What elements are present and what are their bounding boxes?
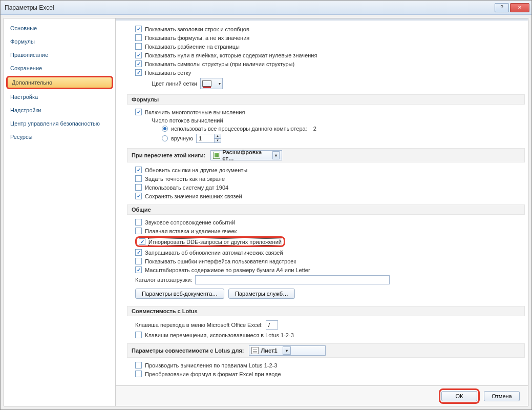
label: Запрашивать об обновлении автоматических… [145, 250, 283, 256]
opt-scale-a4: Масштабировать содержимое по размеру бум… [127, 265, 525, 274]
label: Звуковое сопровождение событий [145, 219, 235, 225]
checkbox[interactable] [135, 228, 142, 234]
workbook-name: Расшифровка ст… [222, 149, 267, 161]
category-nav: Основные Формулы Правописание Сохранение… [4, 18, 116, 406]
opt-page-breaks: Показывать разбиение на страницы [127, 42, 525, 51]
advanced-panel[interactable]: Показывать заголовки строк и столбцов По… [116, 20, 528, 385]
thread-spinner: ▲ ▼ [196, 134, 221, 143]
label: использовать все процессоры данного комп… [171, 126, 307, 132]
threads-use-all: использовать все процессоры данного комп… [127, 125, 525, 133]
nav-trust-center[interactable]: Центр управления безопасностью [4, 117, 115, 130]
checkbox[interactable] [139, 238, 145, 245]
opt-date1904: Использовать систему дат 1904 [127, 183, 525, 192]
service-options-button[interactable]: Параметры служб… [228, 289, 295, 299]
label: При пересчете этой книги: [132, 152, 205, 158]
label: Клавиши перемещения, использовавшиеся в … [145, 332, 294, 338]
nav-addins[interactable]: Надстройки [4, 104, 115, 117]
checkbox[interactable] [135, 34, 142, 41]
checkbox[interactable] [135, 332, 142, 338]
label: Показывать нули в ячейках, которые содер… [145, 52, 317, 58]
nav-customize[interactable]: Настройка [4, 90, 115, 104]
section-general: Общие [127, 204, 525, 215]
spin-up[interactable]: ▲ [214, 134, 221, 138]
color-swatch-icon [202, 80, 211, 87]
checkbox[interactable] [135, 371, 142, 377]
lotus-menu-key-row: Клавиша перехода в меню Microsoft Office… [127, 319, 525, 331]
titlebar: Параметры Excel ? ✕ [1, 1, 531, 15]
label: Показывать разбиение на страницы [145, 44, 240, 50]
label: Сохранять значения внешних связей [145, 193, 242, 199]
close-button[interactable]: ✕ [510, 3, 529, 12]
opt-save-external: Сохранять значения внешних связей [127, 192, 525, 200]
checkbox[interactable] [135, 60, 142, 67]
label: Цвет линий сетки [152, 80, 197, 87]
nav-advanced[interactable]: Дополнительно [6, 76, 113, 89]
help-button[interactable]: ? [495, 3, 509, 12]
label: Обновить ссылки на другие документы [145, 167, 247, 173]
checkbox[interactable] [135, 184, 142, 191]
opt-precision: Задать точность как на экране [127, 174, 525, 183]
threads-manual: вручную ▲ ▼ [127, 133, 525, 144]
ok-button[interactable]: ОК [441, 391, 477, 401]
grid-color-row: Цвет линий сетки ▾ [127, 77, 525, 90]
cancel-button[interactable]: Отмена [484, 391, 520, 401]
sheet-name: Лист1 [261, 347, 277, 354]
menu-key-input[interactable] [266, 320, 278, 330]
processor-count: 2 [313, 126, 316, 132]
radio[interactable] [162, 126, 168, 132]
checkbox[interactable] [135, 109, 142, 115]
nav-formulas[interactable]: Формулы [4, 35, 115, 48]
web-options-button[interactable]: Параметры веб-документа… [135, 289, 224, 299]
checkbox[interactable] [135, 362, 142, 368]
checkbox[interactable] [135, 69, 142, 76]
section-formulas: Формулы [127, 94, 525, 105]
checkbox[interactable] [135, 219, 142, 225]
dialog-body: Основные Формулы Правописание Сохранение… [4, 18, 528, 406]
opt-addin-errors: Показывать ошибки интерфейса пользовател… [127, 257, 525, 265]
checkbox[interactable] [135, 258, 142, 264]
radio[interactable] [162, 135, 168, 141]
opt-multithreaded: Включить многопоточные вычисления [127, 108, 525, 116]
opt-show-zeros: Показывать нули в ячейках, которые содер… [127, 51, 525, 59]
checkbox[interactable] [135, 52, 142, 58]
checkbox[interactable] [135, 249, 142, 256]
spin-down[interactable]: ▼ [214, 138, 221, 143]
opt-sound: Звуковое сопровождение событий [127, 218, 525, 227]
opt-gridlines: Показывать сетку [127, 68, 525, 77]
label: Преобразование формул в формат Excel при… [145, 371, 281, 377]
grid-color-picker[interactable]: ▾ [200, 78, 223, 89]
checkbox[interactable] [135, 193, 142, 199]
checkbox[interactable] [135, 43, 142, 50]
section-recalc: При пересчете этой книги: Расшифровка ст… [127, 148, 525, 162]
thread-count-input[interactable] [196, 134, 215, 143]
threads-label-row: Число потоков вычислений [127, 116, 525, 125]
workbook-selector[interactable]: Расшифровка ст… ▾ [210, 150, 282, 160]
label: Показывать символы структуры (при наличи… [145, 61, 294, 67]
excel-options-dialog: Параметры Excel ? ✕ Основные Формулы Пра… [0, 0, 532, 410]
checkbox[interactable] [135, 26, 142, 32]
section-lotus: Совместимость с Lotus [127, 306, 525, 316]
startup-folder-input[interactable] [195, 275, 390, 284]
label: Производить вычисления по правилам Lotus… [145, 362, 277, 368]
sheet-selector[interactable]: Лист1 ▾ [249, 345, 326, 356]
opt-dde-row: Игнорировать DDE-запросы от других прило… [127, 235, 525, 248]
opt-outline-symbols: Показывать символы структуры (при наличи… [127, 59, 525, 68]
content-wrap: Показывать заголовки строк и столбцов По… [116, 18, 528, 406]
checkbox[interactable] [135, 175, 142, 182]
label: Использовать систему дат 1904 [145, 184, 228, 191]
opt-lotus-convert: Преобразование формул в формат Excel при… [127, 370, 525, 378]
label: Каталог автозагрузки: [135, 277, 192, 283]
chevron-down-icon: ▾ [283, 346, 291, 355]
label: вручную [171, 135, 193, 141]
ok-highlight: ОК [439, 388, 480, 404]
nav-save[interactable]: Сохранение [4, 61, 115, 75]
nav-resources[interactable]: Ресурсы [4, 130, 115, 144]
chevron-down-icon: ▾ [219, 81, 221, 86]
label: Задать точность как на экране [145, 176, 225, 182]
checkbox[interactable] [135, 167, 142, 173]
chevron-down-icon: ▾ [272, 151, 280, 159]
section-lotus-compat: Параметры совместимости с Lotus для: Лис… [127, 343, 525, 358]
nav-general[interactable]: Основные [4, 22, 115, 35]
checkbox[interactable] [135, 266, 142, 273]
nav-proofing[interactable]: Правописание [4, 48, 115, 61]
